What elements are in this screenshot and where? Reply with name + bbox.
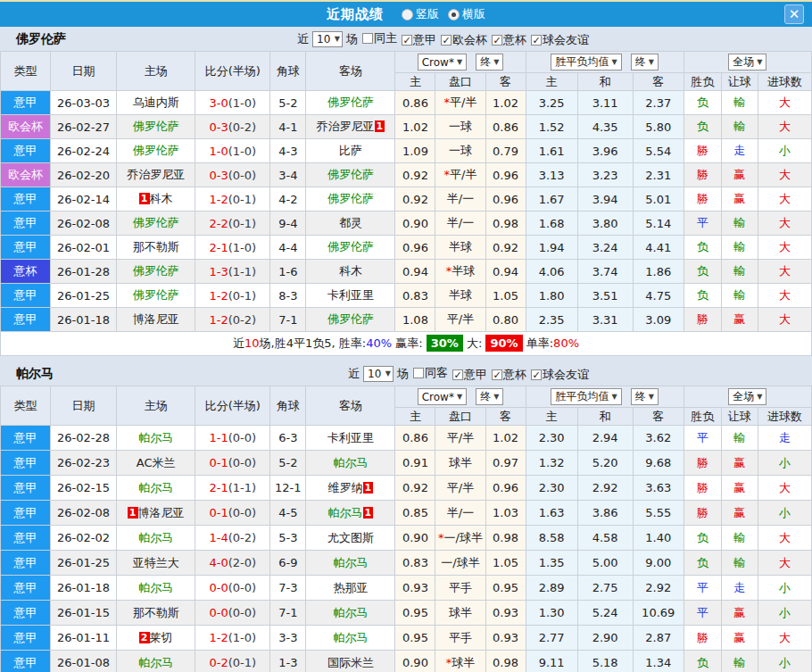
radio-vertical-mode[interactable] xyxy=(402,9,413,21)
checkbox-icon[interactable] xyxy=(413,368,424,378)
layout-mode-radios: 竖版 横版 xyxy=(393,6,485,22)
avg-draw-cell: 3.96 xyxy=(577,139,633,163)
checkbox-icon[interactable]: ✓ xyxy=(531,369,542,380)
filter-checkbox-意甲[interactable]: ✓意甲 xyxy=(402,32,436,48)
avg-draw-cell: 2.94 xyxy=(577,426,633,451)
filter-checkbox-同主[interactable]: 同主 xyxy=(362,30,397,46)
stats-summary-row: 近10场,胜4平1负5, 胜率:40% 赢率: 30% 大: 90% 单率:80… xyxy=(1,332,812,356)
home-team-name: 佛罗伦萨 xyxy=(133,288,179,302)
handicap-cell: *一/球半 xyxy=(435,526,485,551)
fulltime-score: 1-4 xyxy=(209,531,228,544)
avg-away-cell: 5.55 xyxy=(633,501,684,526)
bookmaker-select[interactable]: Crow*▼ xyxy=(418,54,467,71)
avg-type-value: 胜平负均值 xyxy=(555,389,609,404)
avg-type-select[interactable]: 胜平负均值▼ xyxy=(551,388,621,405)
odds-stage-select[interactable]: 终▼ xyxy=(476,54,503,71)
league-type-cell: 意甲 xyxy=(1,308,51,332)
halftime-score: (1-1) xyxy=(228,265,256,278)
bookmaker-select[interactable]: Crow*▼ xyxy=(418,388,467,405)
handicap-result-cell: 走 xyxy=(721,576,758,601)
match-count-select[interactable]: 10 ▼ xyxy=(312,31,343,47)
team-section-fiorentina: 佛罗伦萨 近 10 ▼ 场 同主✓意甲✓欧会杯✓意杯✓球会友谊 类型 日期 主场… xyxy=(0,27,812,356)
halftime-score: (1-0) xyxy=(228,145,256,158)
radio-vertical-label[interactable]: 竖版 xyxy=(416,6,439,22)
away-team-cell: 帕尔马 xyxy=(306,551,395,576)
away-team-cell: 佛罗伦萨 xyxy=(306,187,395,212)
filter-checkbox-意杯[interactable]: ✓意杯 xyxy=(492,367,526,383)
away-odds-cell: 0.96 xyxy=(485,476,526,501)
avg-draw-cell: 3.11 xyxy=(577,91,633,115)
halftime-score: (0-0) xyxy=(228,169,256,182)
corners-cell: 1-6 xyxy=(270,260,306,284)
goals-result-cell: 大 xyxy=(758,284,811,308)
match-date-cell: 26-01-08 xyxy=(51,651,117,672)
wdl-result-cell: 平 xyxy=(684,576,721,601)
radio-horizontal-mode[interactable] xyxy=(448,9,460,21)
home-odds-cell: 0.86 xyxy=(395,426,435,451)
filter-checkbox-同客[interactable]: 同客 xyxy=(413,365,448,381)
result-value: 輸 xyxy=(733,556,745,569)
league-type-cell: 意杯 xyxy=(1,260,51,284)
sub-header-odds-away: 客 xyxy=(485,73,526,91)
filter-checkbox-意甲[interactable]: ✓意甲 xyxy=(452,367,487,383)
result-value: 走 xyxy=(779,431,791,444)
checkbox-label: 欧会杯 xyxy=(452,32,487,48)
checkbox-icon[interactable] xyxy=(362,33,373,44)
handicap-result-cell: 赢 xyxy=(721,163,758,187)
result-value: 勝 xyxy=(697,481,708,494)
league-type-cell: 意甲 xyxy=(1,187,51,212)
match-date-cell: 26-02-28 xyxy=(51,426,117,451)
period-select[interactable]: 全场▼ xyxy=(728,54,766,71)
avg-stage-select[interactable]: 终▼ xyxy=(631,388,659,405)
close-icon[interactable]: ✕ xyxy=(784,4,804,24)
match-count-select[interactable]: 10 ▼ xyxy=(363,366,394,382)
col-header-away: 客场 xyxy=(306,386,395,426)
filter-checkbox-欧会杯[interactable]: ✓欧会杯 xyxy=(441,32,487,48)
home-odds-cell: 0.85 xyxy=(395,501,435,526)
home-odds-cell: 0.96 xyxy=(395,236,435,260)
checkbox-icon[interactable]: ✓ xyxy=(531,35,542,46)
result-value: 大 xyxy=(779,556,791,569)
avg-type-select[interactable]: 胜平负均值▼ xyxy=(551,54,621,71)
avg-group-header: 胜平负均值▼ 终▼ xyxy=(526,386,684,408)
away-odds-cell: 0.93 xyxy=(485,601,526,626)
period-select[interactable]: 全场▼ xyxy=(728,388,766,405)
result-value: 走 xyxy=(733,144,745,157)
summary-part: 40% xyxy=(366,336,392,350)
halftime-score: (0-1) xyxy=(228,217,256,230)
checkbox-icon[interactable]: ✓ xyxy=(492,35,502,46)
halftime-score: (0-0) xyxy=(228,581,256,594)
checkbox-icon[interactable]: ✓ xyxy=(452,369,463,380)
filter-checkbox-球会友谊[interactable]: ✓球会友谊 xyxy=(531,367,589,383)
chevron-down-icon: ▼ xyxy=(649,393,654,401)
handicap-cell: 一球 xyxy=(435,139,485,163)
checkbox-icon[interactable]: ✓ xyxy=(441,35,452,46)
filter-checkbox-意杯[interactable]: ✓意杯 xyxy=(492,32,526,48)
radio-horizontal-label[interactable]: 横版 xyxy=(462,6,485,22)
match-row: 意杯26-01-28佛罗伦萨1-3(1-1)1-6科木0.94*半球0.944.… xyxy=(1,260,812,284)
checkbox-icon[interactable]: ✓ xyxy=(492,369,502,380)
league-type-cell: 意甲 xyxy=(1,526,51,551)
chevron-down-icon: ▼ xyxy=(611,58,617,66)
halftime-score: (1-0) xyxy=(228,96,256,110)
corners-cell: 3-4 xyxy=(270,163,306,187)
away-team-cell: 佛罗伦萨 xyxy=(306,308,395,332)
filter-bar: 近 10 ▼ 场 同客✓意甲✓意杯✓球会友谊 xyxy=(348,365,589,383)
league-type-cell: 意甲 xyxy=(1,426,51,451)
result-value: 小 xyxy=(779,144,791,157)
sub-header-goals: 进球数 xyxy=(758,73,811,91)
match-date-cell: 26-01-11 xyxy=(51,626,117,651)
result-value: 平 xyxy=(697,606,708,619)
summary-part: 场,胜4平1负5, 胜率: xyxy=(260,336,367,350)
handicap-result-cell: 輸 xyxy=(721,212,758,236)
avg-stage-select[interactable]: 终▼ xyxy=(631,54,659,71)
odds-stage-select[interactable]: 终▼ xyxy=(476,388,503,405)
goals-result-cell: 大 xyxy=(758,212,811,236)
goals-result-cell: 大 xyxy=(758,551,811,576)
avg-draw-cell: 2.90 xyxy=(577,626,633,651)
filter-checkbox-球会友谊[interactable]: ✓球会友谊 xyxy=(531,32,589,48)
checkbox-icon[interactable]: ✓ xyxy=(402,35,412,46)
match-row: 意甲26-02-28帕尔马1-1(0-0)6-3卡利亚里0.86平/半1.022… xyxy=(1,426,812,451)
handicap-cell: *平/半 xyxy=(435,163,485,187)
result-value: 负 xyxy=(697,120,708,133)
